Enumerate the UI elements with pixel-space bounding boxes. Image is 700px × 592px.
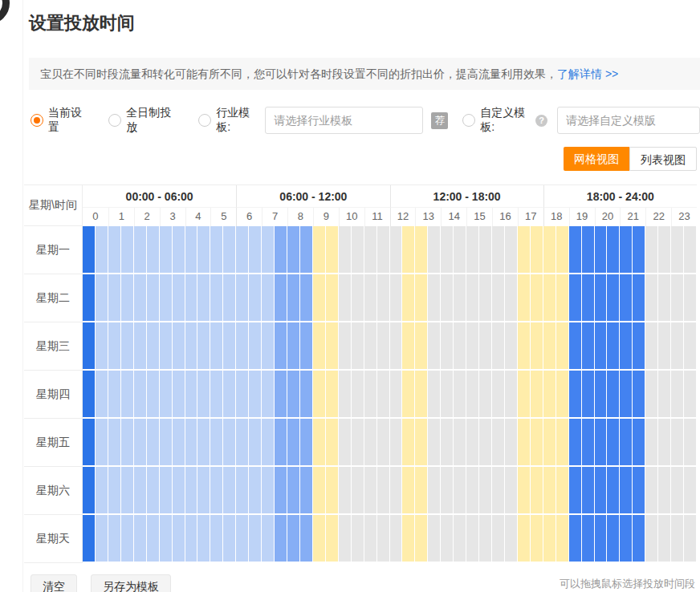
time-cell[interactable] (543, 226, 556, 274)
time-cell[interactable] (364, 371, 377, 419)
time-cell[interactable] (134, 322, 147, 371)
time-cell[interactable] (518, 515, 531, 563)
time-cell[interactable] (287, 419, 300, 467)
time-cell[interactable] (108, 371, 121, 419)
time-cell[interactable] (377, 371, 390, 419)
time-cell[interactable] (287, 322, 300, 371)
time-cell[interactable] (300, 322, 313, 371)
time-cell[interactable] (518, 322, 531, 371)
time-cell[interactable] (236, 226, 249, 274)
time-cell[interactable] (262, 515, 275, 563)
time-cell[interactable] (645, 419, 658, 467)
time-cell[interactable] (352, 226, 364, 274)
time-cell[interactable] (479, 322, 492, 371)
time-cell[interactable] (134, 371, 147, 419)
time-cell[interactable] (633, 419, 645, 467)
time-cell[interactable] (658, 322, 671, 371)
time-cell[interactable] (160, 515, 173, 563)
time-cell[interactable] (96, 226, 108, 274)
time-cell[interactable] (479, 274, 492, 322)
time-cell[interactable] (454, 515, 466, 563)
time-cell[interactable] (620, 322, 633, 371)
time-cell[interactable] (531, 515, 543, 563)
time-cell[interactable] (364, 226, 377, 274)
time-cell[interactable] (339, 467, 352, 515)
time-cell[interactable] (543, 515, 556, 563)
time-cell[interactable] (428, 515, 441, 563)
time-cell[interactable] (160, 322, 173, 371)
time-cell[interactable] (236, 322, 249, 371)
time-cell[interactable] (352, 274, 364, 322)
time-cell[interactable] (236, 274, 249, 322)
time-cell[interactable] (147, 322, 160, 371)
time-cell[interactable] (147, 226, 160, 274)
time-cell[interactable] (300, 515, 313, 563)
time-cell[interactable] (633, 371, 645, 419)
time-cell[interactable] (607, 322, 620, 371)
time-cell[interactable] (134, 515, 147, 563)
time-cell[interactable] (633, 515, 645, 563)
time-cell[interactable] (210, 419, 223, 467)
time-cell[interactable] (569, 371, 582, 419)
time-cell[interactable] (454, 419, 466, 467)
time-cell[interactable] (390, 515, 403, 563)
time-cell[interactable] (479, 419, 492, 467)
time-cell[interactable] (415, 322, 428, 371)
time-cell[interactable] (658, 226, 671, 274)
time-cell[interactable] (684, 274, 697, 322)
time-cell[interactable] (262, 322, 275, 371)
time-cell[interactable] (108, 322, 121, 371)
time-cell[interactable] (352, 467, 364, 515)
time-cell[interactable] (108, 467, 121, 515)
time-cell[interactable] (492, 371, 505, 419)
time-cell[interactable] (556, 274, 569, 322)
time-cell[interactable] (96, 371, 108, 419)
time-cell[interactable] (684, 515, 697, 563)
time-cell[interactable] (108, 419, 121, 467)
time-cell[interactable] (249, 322, 262, 371)
time-cell[interactable] (466, 515, 479, 563)
time-cell[interactable] (262, 467, 275, 515)
time-cell[interactable] (543, 274, 556, 322)
time-cell[interactable] (620, 274, 633, 322)
time-cell[interactable] (671, 419, 684, 467)
time-cell[interactable] (595, 274, 608, 322)
time-cell[interactable] (633, 467, 645, 515)
time-cell[interactable] (173, 226, 185, 274)
time-cell[interactable] (185, 226, 198, 274)
time-cell[interactable] (402, 322, 415, 371)
clear-button[interactable]: 清空 (31, 574, 77, 592)
time-cell[interactable] (543, 322, 556, 371)
time-cell[interactable] (185, 467, 198, 515)
time-cell[interactable] (339, 322, 352, 371)
time-cell[interactable] (275, 419, 287, 467)
time-cell[interactable] (645, 371, 658, 419)
time-cell[interactable] (518, 274, 531, 322)
time-cell[interactable] (108, 515, 121, 563)
time-cell[interactable] (173, 322, 185, 371)
time-cell[interactable] (287, 515, 300, 563)
time-cell[interactable] (352, 322, 364, 371)
time-cell[interactable] (160, 274, 173, 322)
time-cell[interactable] (121, 226, 134, 274)
time-cell[interactable] (428, 467, 441, 515)
time-cell[interactable] (339, 226, 352, 274)
time-cell[interactable] (607, 274, 620, 322)
time-cell[interactable] (620, 419, 633, 467)
time-cell[interactable] (556, 515, 569, 563)
time-cell[interactable] (479, 226, 492, 274)
time-cell[interactable] (83, 515, 96, 563)
time-cell[interactable] (377, 274, 390, 322)
time-cell[interactable] (595, 226, 608, 274)
time-cell[interactable] (569, 419, 582, 467)
time-cell[interactable] (428, 371, 441, 419)
time-cell[interactable] (96, 467, 108, 515)
time-cell[interactable] (275, 467, 287, 515)
time-cell[interactable] (390, 274, 403, 322)
time-cell[interactable] (377, 515, 390, 563)
time-cell[interactable] (313, 515, 326, 563)
time-cell[interactable] (607, 515, 620, 563)
time-cell[interactable] (595, 322, 608, 371)
time-cell[interactable] (607, 371, 620, 419)
time-cell[interactable] (236, 515, 249, 563)
